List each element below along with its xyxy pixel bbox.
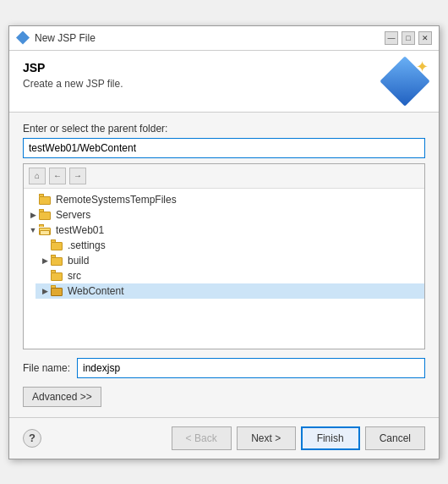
main-window: New JSP File — □ ✕ JSP Create a new JSP … (8, 25, 440, 459)
footer-left: ? (23, 429, 41, 448)
footer: ? < Back Next > Finish Cancel (9, 417, 439, 459)
folder-icon-servers (39, 209, 52, 220)
file-name-section: File name: (23, 358, 425, 378)
minimize-button[interactable]: — (385, 31, 398, 45)
back-button[interactable]: ← (49, 168, 66, 184)
folder-icon-settings (51, 239, 64, 250)
close-button[interactable]: ✕ (418, 31, 432, 45)
folder-icon-remote (39, 194, 52, 205)
tree-content: RemoteSystemsTempFiles ▶ Servers ▼ (24, 189, 424, 302)
back-button[interactable]: < Back (172, 426, 232, 450)
tree-label-settings: .settings (68, 239, 106, 251)
title-bar: New JSP File — □ ✕ (9, 26, 439, 51)
tree-item-src[interactable]: src (36, 268, 424, 283)
header-text: JSP Create a new JSP file. (23, 61, 123, 90)
folder-icon-testweb01 (39, 224, 52, 235)
advanced-section: Advanced >> (23, 387, 425, 407)
tree-label-src: src (68, 270, 81, 282)
finish-button[interactable]: Finish (301, 426, 360, 450)
tree-item-webcontent[interactable]: ▶ WebContent (36, 283, 424, 299)
tree-label-build: build (68, 255, 89, 267)
tree-label-webcontent: WebContent (68, 285, 124, 297)
help-button[interactable]: ? (23, 429, 41, 448)
folder-icon-build (51, 255, 64, 266)
window-icon (16, 31, 30, 45)
home-button[interactable]: ⌂ (29, 168, 46, 184)
content-area: Enter or select the parent folder: ⌂ ← → (9, 113, 439, 417)
tree-label-remote: RemoteSystemsTempFiles (56, 194, 177, 206)
folder-input[interactable] (23, 138, 425, 158)
forward-button[interactable]: → (69, 168, 86, 184)
window-controls: — □ ✕ (385, 31, 432, 45)
toggle-webcontent: ▶ (39, 287, 51, 295)
advanced-button[interactable]: Advanced >> (23, 387, 101, 407)
header-title: JSP (23, 61, 123, 74)
header-section: JSP Create a new JSP file. ✦ (9, 51, 439, 113)
footer-right: < Back Next > Finish Cancel (172, 426, 425, 450)
maximize-button[interactable]: □ (402, 31, 415, 45)
tree-item-servers[interactable]: ▶ Servers (24, 207, 424, 223)
tree-toolbar: ⌂ ← → (24, 164, 424, 189)
toggle-testweb01: ▼ (27, 226, 39, 234)
header-icon: ✦ (385, 61, 425, 102)
tree-item-testweb01[interactable]: ▼ testWeb01 (24, 223, 424, 238)
header-subtitle: Create a new JSP file. (23, 78, 123, 90)
folder-icon-src (51, 270, 64, 281)
toggle-servers: ▶ (27, 211, 39, 219)
tree-label-testweb01: testWeb01 (56, 224, 104, 236)
folder-icon-webcontent (51, 285, 64, 296)
file-name-row: File name: (23, 358, 425, 378)
tree-section: ⌂ ← → RemoteSystemsTempFiles ▶ (23, 163, 425, 349)
tree-label-servers: Servers (56, 209, 90, 221)
tree-item-build[interactable]: ▶ build (36, 253, 424, 268)
tree-item-remote[interactable]: RemoteSystemsTempFiles (24, 192, 424, 207)
next-button[interactable]: Next > (237, 426, 296, 450)
folder-label: Enter or select the parent folder: (23, 123, 425, 135)
file-name-input[interactable] (77, 358, 425, 378)
window-title: New JSP File (35, 32, 380, 44)
file-name-label: File name: (23, 362, 70, 374)
toggle-build: ▶ (39, 256, 51, 265)
cancel-button[interactable]: Cancel (365, 426, 425, 450)
tree-item-settings[interactable]: .settings (36, 238, 424, 253)
